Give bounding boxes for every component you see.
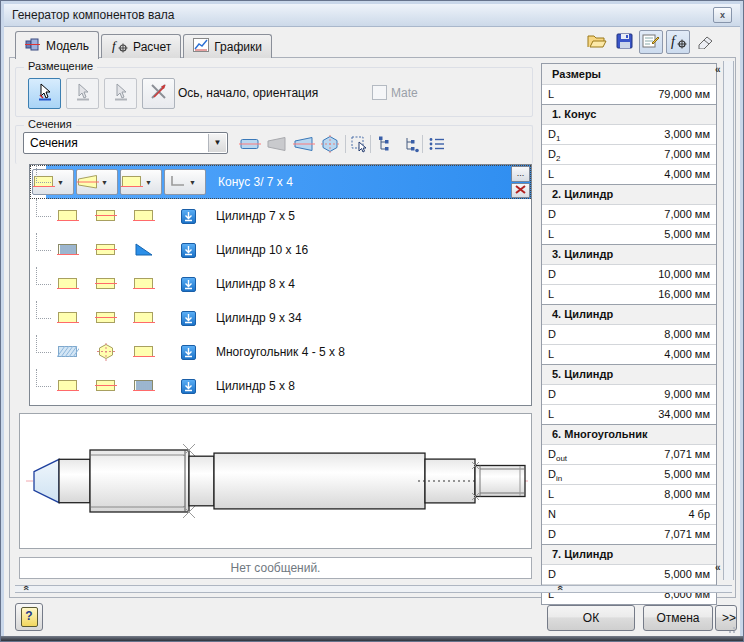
messages-text: Нет сообщений. (231, 561, 321, 575)
dimension-row[interactable]: D5,000 мм (542, 564, 716, 584)
tab-model[interactable]: Модель (15, 31, 99, 59)
help-button[interactable]: ? (15, 603, 43, 631)
toolbar-separator (422, 135, 423, 153)
shaft-preview[interactable] (19, 413, 532, 549)
dimension-row[interactable]: D27,000 мм (542, 144, 716, 164)
section-row[interactable]: Цилиндр 7 x 5 (30, 199, 531, 233)
shaft-drawing (20, 414, 531, 548)
tab-calculation[interactable]: f Расчет (101, 34, 181, 58)
resize-grip[interactable] (725, 623, 735, 633)
insert-section-button[interactable] (181, 311, 196, 326)
export-results-button[interactable] (639, 30, 663, 54)
select-section-button[interactable] (349, 134, 371, 154)
fx-icon: f (669, 33, 687, 52)
section-row[interactable]: Цилиндр 9 x 34 (30, 301, 531, 335)
dimension-row[interactable]: D8,000 мм (542, 324, 716, 344)
flip-orientation-button[interactable] (142, 78, 175, 109)
dimension-row[interactable]: L79,000 мм (542, 84, 716, 104)
dimension-group-header: 4. Цилиндр (542, 304, 716, 324)
shaft-generator-dialog: Генератор компонентов вала x Модель f Ра… (0, 0, 744, 642)
dimension-label: D1 (548, 125, 664, 144)
dimension-row[interactable]: L5,000 мм (542, 224, 716, 244)
section-feature-dropdown[interactable]: ▼ (164, 169, 206, 195)
section-row[interactable]: ▼▼▼▼Конус 3/ 7 x 4... (30, 165, 531, 199)
cancel-button[interactable]: Отмена (643, 605, 713, 631)
dimension-value: 8,000 мм (664, 485, 710, 504)
collapse-up-icon[interactable]: « (555, 585, 565, 591)
section-row[interactable]: Многоугольник 4 - 5 x 8 (30, 335, 531, 369)
dimension-row[interactable]: L4,000 мм (542, 344, 716, 364)
dimension-label: D (548, 205, 664, 224)
dimension-row[interactable]: D13,000 мм (542, 124, 716, 144)
insert-section-button[interactable] (181, 345, 196, 360)
section-shape-rect_m-icon (95, 207, 117, 225)
dimension-row[interactable]: Din5,000 мм (542, 464, 716, 484)
dimension-group-header: 6. Многоугольник (542, 424, 716, 444)
section-delete-button[interactable] (511, 183, 530, 199)
collapse-up-icon[interactable]: « (21, 585, 31, 591)
list-options-button[interactable] (426, 134, 448, 154)
section-row[interactable]: Цилиндр 5 x 8 (30, 369, 531, 403)
tree-connector-icon (36, 199, 51, 217)
open-file-button[interactable] (585, 30, 609, 54)
tab-label: Расчет (133, 40, 171, 54)
dimension-row[interactable]: D7,000 мм (542, 204, 716, 224)
dimension-row[interactable]: D7,071 мм (542, 524, 716, 544)
tab-graphs[interactable]: Графики (183, 34, 272, 58)
select-axis-button[interactable] (28, 78, 61, 109)
dimension-row[interactable]: D9,000 мм (542, 384, 716, 404)
ok-button[interactable]: ОК (547, 605, 635, 631)
dimension-row[interactable]: L16,000 мм (542, 284, 716, 304)
section-shape-hex-icon (95, 343, 117, 361)
collapse-left-icon[interactable]: « (715, 563, 721, 573)
insert-polygon-button[interactable] (319, 134, 341, 154)
dimension-value: 16,000 мм (658, 285, 710, 304)
dimension-label: L (548, 345, 664, 364)
section-label: Цилиндр 7 x 5 (216, 209, 295, 223)
insert-cone-button[interactable] (293, 134, 315, 154)
close-button[interactable]: x (713, 7, 732, 23)
dimension-row[interactable]: Dout7,071 мм (542, 444, 716, 464)
section-more-button[interactable]: ... (511, 166, 530, 182)
section-shape-thread-icon (133, 377, 155, 395)
tree-view-alt-button[interactable] (400, 134, 422, 154)
dimension-row[interactable]: D10,000 мм (542, 264, 716, 284)
fx-calc-icon: f (111, 38, 128, 56)
select-start-button[interactable] (66, 78, 99, 109)
section-feature-dropdown[interactable]: ▼ (76, 169, 118, 195)
insert-section-button[interactable] (181, 277, 196, 292)
section-label: Конус 3/ 7 x 4 (218, 175, 293, 189)
dimension-value: 5,000 мм (664, 225, 710, 244)
dimension-value: 3,000 мм (664, 125, 710, 144)
erase-button[interactable] (693, 30, 717, 54)
section-row[interactable]: Цилиндр 10 x 16 (30, 233, 531, 267)
placement-group-label: Размещение (24, 60, 97, 72)
dimension-row[interactable]: L4,000 мм (542, 164, 716, 184)
save-button[interactable] (612, 30, 636, 54)
titlebar[interactable]: Генератор компонентов вала x (4, 4, 740, 27)
formulas-button[interactable]: f (666, 30, 690, 54)
export-results-icon (642, 33, 660, 52)
insert-cylinder-button[interactable] (239, 134, 261, 154)
chevron-down-icon: ▼ (145, 179, 152, 186)
collapse-left-icon[interactable]: « (715, 65, 721, 75)
section-shape-rect_b-icon (57, 377, 79, 395)
dimension-row[interactable]: L34,000 мм (542, 404, 716, 424)
dimension-label: D2 (548, 145, 664, 164)
section-row[interactable]: Цилиндр 8 x 4 (30, 267, 531, 301)
tree-view-button[interactable] (374, 134, 396, 154)
insert-cone-disabled-button[interactable] (266, 134, 288, 154)
segment-cylinder-9x34 (214, 453, 425, 509)
horizontal-splitter[interactable] (15, 585, 732, 593)
section-feature-dropdown[interactable]: ▼ (120, 169, 162, 195)
insert-section-button[interactable] (181, 243, 196, 258)
dimension-row[interactable]: N4 бр (542, 504, 716, 524)
vertical-splitter[interactable] (723, 61, 734, 580)
sections-combobox[interactable]: Сечения ▼ (23, 132, 228, 154)
insert-section-button[interactable] (181, 209, 196, 224)
dimension-label: L (548, 85, 658, 104)
dimension-row[interactable]: L8,000 мм (542, 484, 716, 504)
mate-checkbox[interactable] (372, 85, 387, 100)
select-orientation-button[interactable] (104, 78, 137, 109)
insert-section-button[interactable] (181, 379, 196, 394)
